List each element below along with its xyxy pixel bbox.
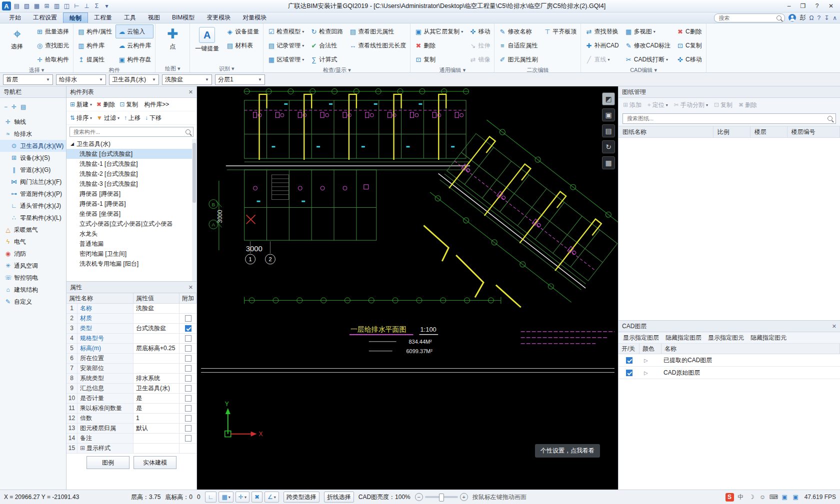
property-value[interactable]: 是 bbox=[134, 394, 180, 403]
region-manage-button[interactable]: ▦ 区域管理 ▾ bbox=[265, 52, 306, 66]
nav-item-pipe-fitting[interactable]: ∟ 通头管件(水)(J) bbox=[0, 200, 66, 212]
component-library-button[interactable]: ▥ 构件库 ▾ bbox=[75, 38, 114, 52]
global-search-input[interactable] bbox=[718, 14, 774, 21]
layer-select[interactable]: 分层1 ▼ bbox=[215, 74, 265, 85]
cad-viewport[interactable]: B A 3000 bbox=[197, 86, 618, 490]
drawing-table-body[interactable] bbox=[618, 138, 840, 320]
polyline-select-button[interactable]: 折线选择 bbox=[324, 492, 354, 503]
ribbon-tab[interactable]: 绘制 bbox=[63, 12, 88, 23]
brightness-thumb[interactable] bbox=[439, 494, 444, 502]
component-select[interactable]: 洗脸盆 ▼ bbox=[162, 74, 212, 85]
nav-item-fire-protection[interactable]: ◉ 消防 bbox=[0, 248, 66, 260]
close-icon[interactable]: ✕ bbox=[832, 323, 836, 330]
component-library-link[interactable]: 构件库>> ▾ bbox=[142, 100, 169, 109]
property-value[interactable] bbox=[134, 444, 180, 453]
one-key-extract-button[interactable]: A 一键提量 bbox=[192, 24, 222, 54]
brightness-track[interactable] bbox=[425, 496, 458, 498]
modify-cad-annotation-button[interactable]: ✎ 修改CAD标注 ▾ bbox=[622, 38, 673, 52]
nav-item-custom[interactable]: ✎ 自定义 bbox=[0, 296, 66, 308]
hide-specified-element-button[interactable]: 隐藏指定图元 bbox=[750, 334, 786, 342]
property-value[interactable] bbox=[134, 354, 180, 363]
panel-settings-icon[interactable]: ▤ bbox=[20, 103, 26, 110]
ribbon-tab[interactable]: 变更模块 bbox=[200, 12, 236, 23]
collapse-ribbon-icon[interactable]: ∧ bbox=[832, 14, 837, 21]
nav-item-hvac[interactable]: ✳ 通风空调 bbox=[0, 260, 66, 272]
nav-item-heating-gas[interactable]: △ 采暖燃气 bbox=[0, 224, 66, 236]
pick-component-button[interactable]: ✛ 拾取构件 ▾ bbox=[34, 52, 72, 66]
cloud-input-button[interactable]: ☁ 云输入 ▾ bbox=[116, 24, 154, 38]
property-value[interactable]: 是 bbox=[134, 404, 180, 413]
mirror-button[interactable]: ⇄ 镜像 ▾ bbox=[466, 52, 492, 66]
nav-item-electrical[interactable]: ϟ 电气 bbox=[0, 236, 66, 248]
layer-visibility-checkbox[interactable] bbox=[626, 370, 632, 376]
solid-model-tab[interactable]: 实体建模 bbox=[134, 456, 176, 469]
attach-checkbox[interactable] bbox=[185, 325, 192, 332]
specialty-select[interactable]: 给排水 ▼ bbox=[56, 74, 106, 85]
c-copy-button[interactable]: ⊡ C复制 ▾ bbox=[674, 38, 704, 52]
lang-cn-icon[interactable]: 中 bbox=[736, 493, 745, 502]
group-footer-select[interactable]: 选择 ▾ bbox=[2, 66, 72, 73]
save-icon[interactable]: ▦ bbox=[32, 1, 42, 11]
component-item[interactable]: 水龙头 bbox=[66, 229, 196, 239]
attach-checkbox[interactable] bbox=[185, 365, 192, 372]
help-icon[interactable]: ? bbox=[817, 14, 820, 21]
nav-item-pipe[interactable]: ∥ 管道(水)(G) bbox=[0, 164, 66, 176]
component-list-scrollbar[interactable] bbox=[192, 139, 196, 281]
open-file-icon[interactable]: ▧ bbox=[22, 1, 32, 11]
component-tree-root[interactable]: ◢ 卫生器具(水) bbox=[66, 139, 196, 149]
material-table-button[interactable]: ▤ 材料表 ▾ bbox=[224, 38, 262, 52]
attach-checkbox[interactable] bbox=[185, 355, 192, 362]
pin-icon[interactable]: ↧ bbox=[824, 14, 829, 21]
check-model-button[interactable]: ☑ 检查模型 ▾ bbox=[265, 24, 306, 38]
attach-checkbox[interactable] bbox=[185, 415, 192, 422]
check-loop-button[interactable]: ↻ 检查回路 ▾ bbox=[308, 24, 346, 38]
minimize-button[interactable]: – bbox=[782, 1, 796, 11]
group-footer-check[interactable]: 检查/显示 ▾ bbox=[265, 66, 408, 73]
ribbon-tab[interactable]: BIM模型 bbox=[166, 12, 200, 23]
model-view-icon[interactable]: ◫ bbox=[62, 1, 72, 11]
brightness-increase-button[interactable]: + bbox=[460, 493, 468, 501]
new-file-icon[interactable]: ▤ bbox=[12, 1, 22, 11]
adaptive-attribute-button[interactable]: ≡ 自适应属性 ▾ bbox=[496, 38, 540, 52]
property-value[interactable]: 排水系统 bbox=[134, 374, 180, 383]
expander-icon[interactable]: ◢ bbox=[70, 141, 74, 146]
layer-expander-icon[interactable]: ▷ bbox=[640, 370, 662, 376]
ribbon-tab[interactable]: 工程量 bbox=[88, 12, 118, 23]
snap-settings-icon[interactable]: ✛ ▾ bbox=[236, 492, 250, 503]
nav-item-low-voltage[interactable]: ☏ 智控弱电 bbox=[0, 272, 66, 284]
group-footer-general-edit[interactable]: 通用编辑 ▾ bbox=[412, 66, 492, 73]
global-search-box[interactable] bbox=[714, 13, 785, 22]
legality-button[interactable]: ✔ 合法性 ▾ bbox=[308, 38, 346, 52]
layer-row[interactable]: ▷ 已提取的CAD图层 bbox=[618, 354, 840, 367]
c-move-button[interactable]: ✜ C移动 ▾ bbox=[674, 52, 704, 66]
angle-mode-icon[interactable]: ∠ ▾ bbox=[264, 492, 279, 503]
delete-button[interactable]: ✖ 删除 ▾ bbox=[412, 38, 466, 52]
nav-item-equipment[interactable]: ⊞ 设备(水)(S) bbox=[0, 152, 66, 164]
attach-checkbox[interactable] bbox=[185, 395, 192, 402]
close-icon[interactable]: ✕ bbox=[188, 89, 193, 95]
snapshot-icon[interactable]: ▦ bbox=[602, 156, 615, 169]
add-drawing-button[interactable]: ⊞ 添加 ▾ bbox=[623, 101, 642, 109]
pipe-conversion-icon[interactable]: ⊥ bbox=[82, 1, 92, 11]
component-item[interactable]: 洗脸盆-2 [台式洗脸盆] bbox=[66, 169, 196, 179]
align-slab-top-button[interactable]: ⊤ 平齐板顶 ▾ bbox=[541, 24, 579, 38]
qat-more-icon[interactable]: ▾ bbox=[102, 1, 112, 11]
cad-line-break-button[interactable]: ✂ CAD线打断 ▾ bbox=[622, 52, 673, 66]
keyboard-icon[interactable]: ⌨ bbox=[770, 493, 778, 502]
category-select[interactable]: 卫生器具(水) ▼ bbox=[109, 74, 159, 85]
formula-button[interactable]: ∑ 计算式 ▾ bbox=[308, 52, 346, 66]
ortho-mode-icon[interactable]: ∟ ▾ bbox=[205, 492, 217, 503]
nav-item-architecture[interactable]: ⌂ 建筑结构 bbox=[0, 284, 66, 296]
component-save-button[interactable]: ▣ 构件存盘 ▾ bbox=[116, 52, 154, 66]
attribute-brush-button[interactable]: ✐ 图元属性刷 ▾ bbox=[496, 52, 540, 66]
extract-attribute-button[interactable]: ↥ 提属性 ▾ bbox=[75, 52, 114, 66]
property-value[interactable]: 默认 bbox=[134, 424, 180, 433]
new-component-button[interactable]: ⊞ 新建 ▾ bbox=[70, 100, 92, 109]
cad-canvas[interactable]: B A 3000 bbox=[197, 86, 618, 490]
maximize-button[interactable]: ❐ bbox=[796, 1, 810, 11]
show-specified-layer-button[interactable]: 显示指定图层 bbox=[623, 334, 659, 342]
property-value[interactable]: 台式洗脸盆 bbox=[134, 324, 180, 333]
stretch-button[interactable]: ↘ 拉伸 ▾ bbox=[466, 38, 492, 52]
component-item[interactable]: 洗脸盆-1 [台式洗脸盆] bbox=[66, 159, 196, 169]
fit-view-icon[interactable]: ▣ bbox=[602, 108, 615, 121]
